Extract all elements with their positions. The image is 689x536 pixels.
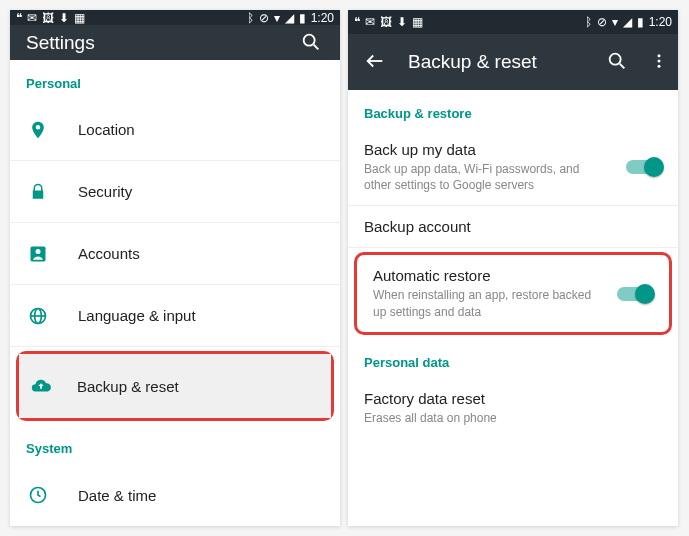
settings-item-language[interactable]: Language & input (10, 285, 340, 347)
hangouts-icon: ❝ (16, 12, 22, 24)
back-button[interactable] (364, 50, 388, 74)
svg-point-3 (36, 249, 41, 254)
item-title: Backup account (364, 218, 662, 235)
item-label: Date & time (78, 487, 324, 504)
hangouts-icon: ❝ (354, 16, 360, 28)
settings-item-backup-reset[interactable]: Backup & reset (19, 354, 331, 418)
page-title: Settings (26, 32, 280, 54)
settings-item-security[interactable]: Security (10, 161, 340, 223)
status-bar: ❝ ✉ 🖼 ⬇ ▦ ᛒ ⊘ ▾ ◢ ▮ 1:20 (348, 10, 678, 34)
location-icon (26, 120, 50, 140)
item-automatic-restore[interactable]: Automatic restore When reinstalling an a… (357, 255, 669, 331)
item-backup-account[interactable]: Backup account (348, 206, 678, 248)
item-label: Backup & reset (77, 378, 321, 395)
battery-icon: ▮ (637, 16, 644, 28)
appbar-settings: Settings (10, 25, 340, 60)
highlight-backup-reset: Backup & reset (16, 351, 334, 421)
status-right: ᛒ ⊘ ▾ ◢ ▮ 1:20 (247, 12, 334, 24)
status-bar: ❝ ✉ 🖼 ⬇ ▦ ᛒ ⊘ ▾ ◢ ▮ 1:20 (10, 10, 340, 25)
phone-left: ❝ ✉ 🖼 ⬇ ▦ ᛒ ⊘ ▾ ◢ ▮ 1:20 Settings Person… (10, 10, 340, 526)
item-label: Language & input (78, 307, 324, 324)
section-backup-restore: Backup & restore (348, 90, 678, 129)
section-personal-data: Personal data (348, 339, 678, 378)
download-icon: ⬇ (59, 12, 69, 24)
wifi-icon: ▾ (612, 16, 618, 28)
item-backup-my-data[interactable]: Back up my data Back up app data, Wi-Fi … (348, 129, 678, 206)
settings-item-location[interactable]: Location (10, 99, 340, 161)
svg-point-13 (658, 65, 661, 68)
search-button[interactable] (300, 31, 324, 55)
item-title: Factory data reset (364, 390, 662, 407)
clock-icon (26, 485, 50, 505)
settings-item-accounts[interactable]: Accounts (10, 223, 340, 285)
bluetooth-icon: ᛒ (585, 16, 592, 28)
signal-icon: ◢ (285, 12, 294, 24)
bluetooth-icon: ᛒ (247, 12, 254, 24)
search-icon (300, 31, 322, 53)
status-left: ❝ ✉ 🖼 ⬇ ▦ (16, 12, 85, 24)
highlight-auto-restore: Automatic restore When reinstalling an a… (354, 252, 672, 334)
cloud-upload-icon (29, 375, 53, 397)
battery-icon: ▮ (299, 12, 306, 24)
overflow-button[interactable] (650, 50, 662, 74)
more-vert-icon (650, 50, 668, 72)
item-factory-reset[interactable]: Factory data reset Erases all data on ph… (348, 378, 678, 438)
section-personal: Personal (10, 60, 340, 99)
toggle-backup-my-data[interactable] (626, 160, 662, 174)
item-title: Automatic restore (373, 267, 617, 284)
status-left: ❝ ✉ 🖼 ⬇ ▦ (354, 16, 423, 28)
phone-right: ❝ ✉ 🖼 ⬇ ▦ ᛒ ⊘ ▾ ◢ ▮ 1:20 Backup & reset … (348, 10, 678, 526)
search-icon (606, 50, 628, 72)
download-icon: ⬇ (397, 16, 407, 28)
item-label: Location (78, 121, 324, 138)
toggle-automatic-restore[interactable] (617, 287, 653, 301)
app-icon: ▦ (412, 16, 423, 28)
envelope-icon: ✉ (27, 12, 37, 24)
svg-point-12 (658, 60, 661, 63)
svg-line-1 (314, 44, 319, 49)
envelope-icon: ✉ (365, 16, 375, 28)
page-title: Backup & reset (408, 51, 586, 73)
do-not-disturb-icon: ⊘ (597, 16, 607, 28)
item-label: Security (78, 183, 324, 200)
item-sub: Back up app data, Wi-Fi passwords, and o… (364, 161, 594, 193)
app-icon: ▦ (74, 12, 85, 24)
do-not-disturb-icon: ⊘ (259, 12, 269, 24)
globe-icon (26, 306, 50, 326)
status-right: ᛒ ⊘ ▾ ◢ ▮ 1:20 (585, 16, 672, 28)
clock-text: 1:20 (311, 12, 334, 24)
svg-line-10 (620, 64, 625, 69)
lock-icon (26, 183, 50, 201)
section-system: System (10, 425, 340, 464)
wifi-icon: ▾ (274, 12, 280, 24)
clock-text: 1:20 (649, 16, 672, 28)
image-icon: 🖼 (380, 16, 392, 28)
svg-point-11 (658, 54, 661, 57)
item-title: Back up my data (364, 141, 626, 158)
signal-icon: ◢ (623, 16, 632, 28)
arrow-left-icon (364, 50, 386, 72)
appbar-backup-reset: Backup & reset (348, 34, 678, 90)
svg-point-0 (304, 34, 315, 45)
settings-item-date-time[interactable]: Date & time (10, 464, 340, 526)
item-label: Accounts (78, 245, 324, 262)
image-icon: 🖼 (42, 12, 54, 24)
item-sub: When reinstalling an app, restore backed… (373, 287, 603, 319)
person-icon (26, 244, 50, 264)
svg-point-9 (610, 54, 621, 65)
search-button[interactable] (606, 50, 630, 74)
item-sub: Erases all data on phone (364, 410, 594, 426)
